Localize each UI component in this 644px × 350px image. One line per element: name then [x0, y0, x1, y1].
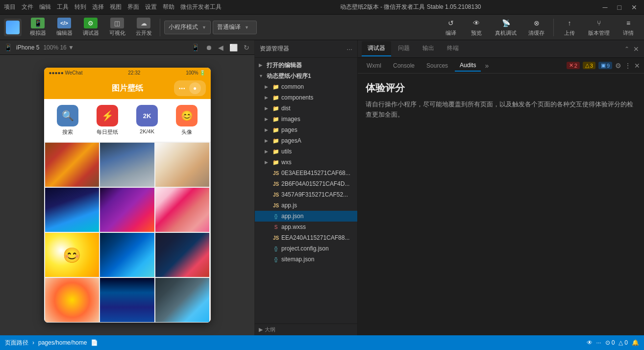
sim-ctrl-record[interactable]: ⏺: [204, 43, 213, 52]
real-debug-button[interactable]: 📡 真机调试: [490, 16, 521, 39]
panel-tab-more[interactable]: »: [485, 62, 489, 70]
folder-pages[interactable]: ▶ 📁 pages: [255, 125, 357, 135]
tab-debugger[interactable]: 调试器: [362, 41, 391, 56]
phone-icon-daily[interactable]: ⚡ 每日壁纸: [90, 105, 125, 136]
sim-ctrl-phone[interactable]: 📱: [190, 43, 200, 52]
menu-edit[interactable]: 编辑: [39, 3, 51, 11]
debugger-button[interactable]: ⚙ 调试器: [78, 16, 103, 39]
folder-components[interactable]: ▶ 📁 components: [255, 92, 357, 103]
visualize-button[interactable]: ◫ 可视化: [105, 16, 129, 39]
panel-close-icon[interactable]: ✕: [634, 62, 640, 70]
menu-file[interactable]: 文件: [22, 3, 33, 11]
tab-output[interactable]: 输出: [417, 41, 440, 56]
phone-icon-search[interactable]: 🔍 搜索: [50, 105, 86, 136]
detail-button[interactable]: ≡ 详情: [617, 16, 640, 39]
maximize-button[interactable]: □: [615, 2, 624, 12]
menu-settings[interactable]: 设置: [145, 3, 157, 11]
phone-record-button[interactable]: ●: [189, 82, 201, 94]
folder-pagesA[interactable]: ▶ 📁 pagesA: [255, 135, 357, 146]
menu-view[interactable]: 视图: [110, 3, 122, 11]
file-2b6[interactable]: JS 2B6F04A015271CAF4D...: [255, 178, 357, 189]
compile-button[interactable]: ↺ 编译: [439, 16, 463, 39]
settings-gear-icon[interactable]: ⚙: [615, 62, 621, 70]
file-eea[interactable]: JS EEA240A115271CAF88...: [255, 232, 357, 243]
file-js-icon-2: JS: [272, 180, 279, 187]
phone-menu-button[interactable]: ••• ●: [174, 80, 206, 96]
outline-section[interactable]: ▶ 大纲: [259, 326, 275, 333]
img-cell-11[interactable]: [100, 278, 154, 322]
img-cell-5[interactable]: [100, 188, 154, 232]
file-appjs[interactable]: JS app.js: [255, 200, 357, 211]
debug-top-controls[interactable]: ⌃ ✕: [624, 44, 640, 54]
file-projectconfig[interactable]: {} project.config.json: [255, 243, 357, 254]
version-button[interactable]: ⑂ 版本管理: [583, 16, 615, 39]
folder-images[interactable]: ▶ 📁 images: [255, 114, 357, 125]
file-tree-more[interactable]: ···: [347, 45, 352, 53]
file-appwxss[interactable]: S app.wxss: [255, 222, 357, 232]
img-cell-9[interactable]: [155, 233, 210, 277]
debug-panel-tabs-bar: Wxml Console Sources Audits » ✕ 2 △ 3 ▣ …: [358, 58, 644, 74]
file-0e3[interactable]: JS 0E3AEEB415271CAF68...: [255, 168, 357, 178]
menu-help[interactable]: 帮助: [163, 3, 174, 11]
title-bar-menu[interactable]: 项目 文件 编辑 工具 转到 选择 视图 界面 设置 帮助 微信开发者工具: [4, 3, 222, 11]
sim-ctrl-back[interactable]: ◀: [217, 43, 224, 52]
upload-button[interactable]: ↑ 上传: [558, 16, 581, 39]
mode-dropdown[interactable]: 小程序模式 ▼: [164, 21, 211, 34]
img-cell-12[interactable]: [155, 278, 210, 322]
img-cell-4[interactable]: [45, 188, 99, 232]
close-button[interactable]: ✕: [628, 2, 640, 12]
window-controls[interactable]: ─ □ ✕: [600, 2, 640, 12]
sim-ctrl-home[interactable]: ⬜: [228, 43, 239, 52]
phone-icon-avatar[interactable]: 😊 头像: [169, 105, 205, 136]
img-cell-7[interactable]: 😊: [45, 233, 99, 277]
file-3457[interactable]: JS 3457A9F315271CAF52...: [255, 189, 357, 200]
tab-issues[interactable]: 问题: [392, 41, 416, 56]
panel-tab-console[interactable]: Console: [388, 60, 420, 71]
tab-terminal[interactable]: 终端: [441, 41, 465, 56]
img-cell-6[interactable]: [155, 188, 210, 232]
status-more-btn[interactable]: ···: [596, 339, 601, 346]
img-cell-1[interactable]: [45, 143, 99, 187]
clear-cache-label: 清缓存: [528, 29, 545, 37]
file-appjson[interactable]: {} app.json: [255, 211, 357, 222]
clear-cache-button[interactable]: ⊗ 清缓存: [523, 16, 549, 39]
folder-wxs[interactable]: ▶ 📁 wxs: [255, 157, 357, 168]
open-editors-section[interactable]: ▶ 打开的编辑器: [255, 60, 357, 71]
file-appjs-name: app.js: [281, 202, 297, 209]
menu-select[interactable]: 选择: [92, 3, 104, 11]
simulator-button[interactable]: 📱 模拟器: [25, 16, 50, 39]
expand-icon[interactable]: ⌃: [624, 46, 629, 52]
phone-image-grid[interactable]: 😊: [44, 142, 211, 323]
img-cell-2[interactable]: [100, 143, 154, 187]
status-bell-icon[interactable]: 🔔: [632, 339, 639, 346]
debug-close-button[interactable]: ✕: [632, 44, 640, 54]
img-cell-8[interactable]: [100, 233, 154, 277]
folder-utils[interactable]: ▶ 📁 utils: [255, 146, 357, 157]
minimize-button[interactable]: ─: [600, 2, 611, 12]
menu-devtools[interactable]: 微信开发者工具: [180, 3, 222, 11]
editor-button[interactable]: </> 编辑器: [52, 16, 76, 39]
folder-common[interactable]: ▶ 📁 common: [255, 81, 357, 92]
preview-button[interactable]: 👁 预览: [465, 16, 488, 39]
menu-tools[interactable]: 工具: [57, 3, 69, 11]
folder-dist[interactable]: ▶ 📁 dist: [255, 103, 357, 114]
file-sitemap[interactable]: {} sitemap.json: [255, 254, 357, 265]
file-tree-actions[interactable]: ···: [347, 45, 352, 53]
menu-interface[interactable]: 界面: [127, 3, 139, 11]
panel-tab-audits[interactable]: Audits: [455, 60, 481, 72]
toolbar-right-actions: ↺ 编译 👁 预览 📡 真机调试 ⊗ 清缓存 ↑ 上传 ⑂ 版本管理 ≡ 详情: [439, 16, 640, 39]
project-section[interactable]: ▼ 动态壁纸小程序1: [255, 71, 357, 81]
img-cell-3[interactable]: [155, 143, 210, 187]
panel-tab-sources[interactable]: Sources: [421, 60, 453, 71]
phone-icon-2k[interactable]: 2K 2K/4K: [129, 105, 165, 136]
menu-project[interactable]: 项目: [4, 3, 16, 11]
img-cell-10[interactable]: [45, 278, 99, 322]
sim-ctrl-rotate[interactable]: ↻: [243, 43, 250, 52]
status-view-icon[interactable]: 👁: [587, 339, 593, 346]
cloud-button[interactable]: ☁ 云开发: [131, 16, 156, 39]
panel-tab-wxml[interactable]: Wxml: [362, 60, 386, 71]
file-copy-icon[interactable]: 📄: [91, 339, 98, 346]
more-options-icon[interactable]: ⋮: [624, 62, 631, 70]
compile-dropdown[interactable]: 普通编译 ▼: [213, 21, 257, 34]
menu-goto[interactable]: 转到: [74, 3, 86, 11]
